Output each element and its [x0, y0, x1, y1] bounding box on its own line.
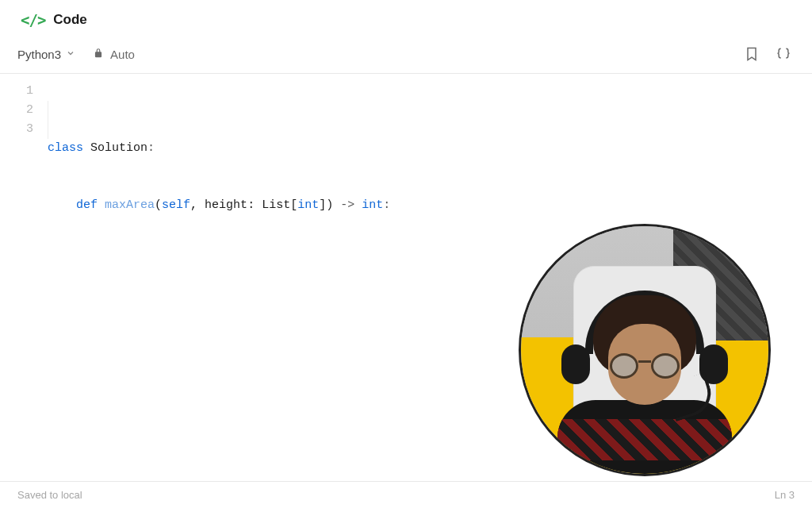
format-braces-icon[interactable] [776, 46, 791, 62]
toolbar-right [744, 46, 791, 62]
line-gutter: 1 2 3 [0, 82, 48, 481]
line-number: 1 [0, 82, 33, 101]
auto-label-text: Auto [110, 48, 135, 61]
chevron-down-icon [66, 48, 75, 60]
code-line: class Solution: [48, 139, 802, 158]
code-icon: </> [21, 11, 45, 29]
bookmark-icon[interactable] [744, 46, 760, 62]
app-root: </> Code Python3 Auto [0, 0, 812, 508]
auto-toggle[interactable]: Auto [93, 48, 135, 61]
webcam-overlay [519, 224, 771, 476]
language-selector[interactable]: Python3 [17, 48, 75, 61]
line-number: 2 [0, 101, 33, 120]
lock-icon [93, 48, 104, 61]
code-line: def maxArea(self, height: List[int]) -> … [48, 196, 802, 215]
toolbar-left: Python3 Auto [17, 48, 135, 61]
language-label: Python3 [17, 48, 61, 61]
line-number: 3 [0, 120, 33, 139]
webcam-image [521, 226, 768, 474]
statusbar: Saved to local Ln 3 [0, 481, 812, 508]
header-title: Code [53, 12, 87, 28]
indent-guide [48, 101, 48, 139]
toolbar: Python3 Auto [0, 37, 812, 74]
status-right: Ln 3 [775, 489, 795, 501]
status-left: Saved to local [17, 489, 82, 501]
header: </> Code [0, 0, 812, 37]
